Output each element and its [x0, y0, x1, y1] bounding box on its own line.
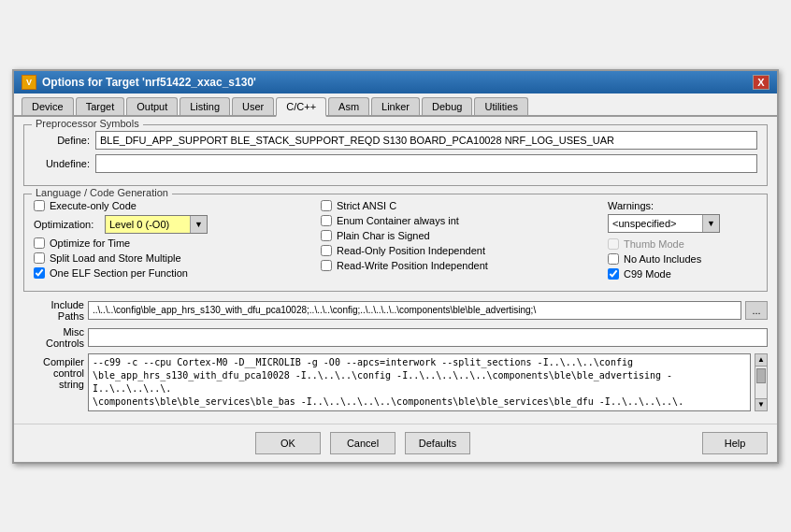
read-only-checkbox[interactable] — [321, 245, 332, 256]
warnings-dropdown-arrow[interactable]: ▼ — [702, 215, 719, 232]
lang-middle: Strict ANSI C Enum Container always int … — [321, 200, 598, 283]
optimization-label: Optimization: — [34, 219, 99, 230]
define-label: Define: — [34, 135, 90, 146]
tab-linker[interactable]: Linker — [371, 97, 420, 115]
c99-label: C99 Mode — [624, 268, 671, 280]
undefine-input[interactable] — [95, 154, 757, 173]
include-paths-row: Include Paths ..\..\..\config\ble_app_hr… — [23, 299, 768, 322]
optimize-time-row: Optimize for Time — [34, 237, 311, 249]
compiler-area: Compiler control string --c99 -c --cpu C… — [23, 353, 768, 411]
window-title: Options for Target 'nrf51422_xxac_s130' — [42, 76, 256, 89]
thumb-mode-row: Thumb Mode — [608, 238, 757, 250]
enum-container-label: Enum Container always int — [337, 215, 459, 226]
strict-ansi-row: Strict ANSI C — [321, 200, 598, 211]
read-write-label: Read-Write Position Independent — [337, 260, 488, 271]
scroll-track — [755, 367, 767, 398]
optimize-time-checkbox[interactable] — [34, 237, 45, 249]
thumb-mode-checkbox — [608, 238, 619, 250]
tab-target[interactable]: Target — [76, 97, 125, 115]
lang-left: Execute-only Code Optimization: Level 0 … — [34, 200, 311, 283]
content-area: Preprocessor Symbols Define: Undefine: L… — [14, 117, 777, 424]
main-window: V Options for Target 'nrf51422_xxac_s130… — [12, 69, 779, 464]
warnings-row: <unspecified> ▼ — [608, 214, 757, 233]
optimization-row: Optimization: Level 0 (-O0) ▼ — [34, 215, 311, 234]
read-write-row: Read-Write Position Independent — [321, 260, 598, 271]
optimization-value: Level 0 (-O0) — [106, 219, 190, 230]
preprocessor-group-title: Preprocessor Symbols — [32, 118, 143, 129]
tab-listing[interactable]: Listing — [180, 97, 230, 115]
title-bar: V Options for Target 'nrf51422_xxac_s130… — [14, 71, 777, 93]
strict-ansi-label: Strict ANSI C — [337, 200, 396, 211]
bottom-buttons: OK Cancel Defaults Help — [23, 432, 768, 454]
help-button[interactable]: Help — [702, 432, 768, 454]
close-button[interactable]: X — [753, 75, 769, 90]
undefine-label: Undefine: — [34, 158, 90, 169]
app-icon: V — [22, 75, 36, 90]
no-auto-checkbox[interactable] — [608, 253, 619, 265]
undefine-row: Undefine: — [34, 154, 757, 173]
split-load-label: Split Load and Store Multiple — [50, 252, 181, 264]
compiler-scrollbar: ▲ ▼ — [755, 353, 768, 411]
plain-char-checkbox[interactable] — [321, 230, 332, 241]
enum-container-checkbox[interactable] — [321, 215, 332, 226]
one-elf-row: One ELF Section per Function — [34, 267, 311, 279]
title-bar-left: V Options for Target 'nrf51422_xxac_s130… — [22, 75, 256, 90]
tab-utilities[interactable]: Utilities — [474, 97, 527, 115]
warnings-value: <unspecified> — [609, 218, 702, 229]
tab-debug[interactable]: Debug — [422, 97, 472, 115]
lang-section: Execute-only Code Optimization: Level 0 … — [34, 200, 757, 283]
c99-checkbox[interactable] — [608, 268, 619, 280]
no-auto-label: No Auto Includes — [624, 253, 701, 265]
language-group: Language / Code Generation Execute-only … — [23, 194, 768, 292]
preprocessor-group: Preprocessor Symbols Define: Undefine: — [23, 124, 768, 186]
misc-controls-row: Misc Controls — [23, 326, 768, 349]
plain-char-row: Plain Char is Signed — [321, 230, 598, 241]
read-write-checkbox[interactable] — [321, 260, 332, 271]
execute-only-row: Execute-only Code — [34, 200, 311, 211]
split-load-checkbox[interactable] — [34, 252, 45, 264]
tab-user[interactable]: User — [232, 97, 274, 115]
plain-char-label: Plain Char is Signed — [337, 230, 430, 241]
execute-only-checkbox[interactable] — [34, 200, 45, 211]
define-input[interactable] — [95, 131, 757, 150]
optimization-dropdown-arrow[interactable]: ▼ — [190, 216, 207, 233]
strict-ansi-checkbox[interactable] — [321, 200, 332, 211]
ok-button[interactable]: OK — [255, 432, 321, 454]
scroll-up-button[interactable]: ▲ — [755, 354, 767, 367]
read-only-label: Read-Only Position Independent — [337, 245, 485, 256]
optimization-dropdown[interactable]: Level 0 (-O0) ▼ — [105, 215, 208, 234]
lang-right: Warnings: <unspecified> ▼ Thumb Mode No … — [608, 200, 757, 283]
compiler-text-content: --c99 -c --cpu Cortex-M0 -D__MICROLIB -g… — [89, 354, 750, 410]
scroll-thumb[interactable] — [756, 368, 766, 383]
no-auto-row: No Auto Includes — [608, 253, 757, 265]
one-elf-checkbox[interactable] — [34, 267, 45, 279]
enum-container-row: Enum Container always int — [321, 215, 598, 226]
main-buttons: OK Cancel Defaults — [23, 432, 702, 454]
compiler-label: Compiler control string — [23, 353, 84, 411]
warnings-dropdown[interactable]: <unspecified> ▼ — [608, 214, 720, 233]
bottom-bar: OK Cancel Defaults Help — [14, 424, 777, 462]
define-row: Define: — [34, 131, 757, 150]
language-group-title: Language / Code Generation — [32, 187, 172, 198]
execute-only-label: Execute-only Code — [50, 200, 137, 211]
defaults-button[interactable]: Defaults — [405, 432, 470, 454]
optimize-time-label: Optimize for Time — [50, 237, 130, 249]
c99-row: C99 Mode — [608, 268, 757, 280]
one-elf-label: One ELF Section per Function — [50, 267, 188, 279]
include-paths-label: Include Paths — [23, 299, 84, 322]
scroll-down-button[interactable]: ▼ — [755, 398, 767, 410]
include-paths-input[interactable]: ..\..\..\config\ble_app_hrs_s130_with_df… — [88, 301, 741, 320]
cancel-button[interactable]: Cancel — [330, 432, 396, 454]
read-only-row: Read-Only Position Independent — [321, 245, 598, 256]
include-paths-browse-button[interactable]: ... — [745, 301, 768, 320]
misc-controls-input[interactable] — [88, 328, 768, 347]
tab-asm[interactable]: Asm — [328, 97, 369, 115]
tab-output[interactable]: Output — [126, 97, 178, 115]
misc-controls-label: Misc Controls — [23, 326, 84, 349]
tab-cpp[interactable]: C/C++ — [276, 97, 326, 117]
warnings-label: Warnings: — [608, 200, 757, 211]
split-load-row: Split Load and Store Multiple — [34, 252, 311, 264]
thumb-mode-label: Thumb Mode — [624, 238, 684, 250]
tab-device[interactable]: Device — [22, 97, 74, 115]
tab-bar: Device Target Output Listing User C/C++ … — [14, 93, 777, 117]
